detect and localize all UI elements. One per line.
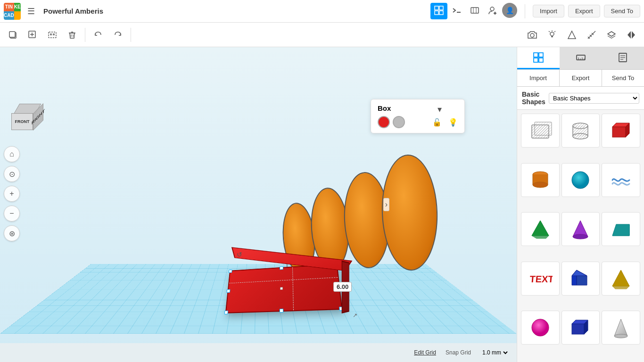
right-export-btn[interactable]: Export: [560, 70, 602, 86]
add-user-button[interactable]: [484, 3, 501, 19]
shape-cylinder-solid[interactable]: [521, 163, 560, 197]
right-import-btn[interactable]: Import: [517, 70, 560, 86]
box-panel: ▾ Box 🔓 💡: [371, 99, 465, 133]
measure-button[interactable]: [583, 26, 601, 44]
dimension-line-h: [229, 277, 338, 283]
svg-rect-35: [534, 58, 538, 62]
zoom-in-button[interactable]: +: [4, 186, 20, 202]
shape-box-hole[interactable]: [521, 114, 560, 148]
shapes-header: Basic Shapes Basic Shapes Featured Shape…: [517, 87, 644, 110]
shape-pyramid-yellow[interactable]: [602, 262, 640, 296]
scene: 6.00 ↺ ↗: [0, 47, 517, 362]
rotation-handle[interactable]: ↺: [237, 251, 242, 258]
color-gray-button[interactable]: [393, 116, 405, 128]
red-box[interactable]: [225, 263, 343, 313]
grid-view-button[interactable]: [430, 3, 447, 19]
simulate-button[interactable]: [466, 3, 483, 19]
top-nav-buttons: 👤: [430, 3, 517, 19]
left-controls: ⌂ ⊙ + − ⊛: [4, 146, 20, 241]
handle-tl[interactable]: [229, 270, 232, 273]
cube-indicator: FRONT RIGHT: [11, 104, 49, 137]
shape-button[interactable]: [563, 26, 581, 44]
svg-rect-16: [50, 33, 52, 35]
shape-pyramid-green[interactable]: [521, 212, 560, 246]
avatar[interactable]: 👤: [502, 3, 517, 18]
tab-ruler[interactable]: [560, 47, 602, 69]
orbit-button[interactable]: ⊙: [4, 166, 20, 182]
logo[interactable]: TINKERCAD: [4, 3, 21, 20]
shapes-grid: TEXT: [517, 110, 644, 362]
send-to-button[interactable]: Send To: [604, 5, 640, 17]
camera-button[interactable]: [523, 26, 541, 44]
shape-sphere[interactable]: [561, 163, 600, 197]
tab-grid[interactable]: [517, 47, 560, 69]
dimension-line-v: [292, 267, 294, 310]
shape-box-dark[interactable]: [561, 311, 600, 345]
color-red-button[interactable]: [378, 116, 390, 128]
redo-button[interactable]: [109, 26, 127, 44]
svg-rect-2: [435, 11, 438, 15]
svg-marker-32: [632, 31, 635, 39]
layers-button[interactable]: [603, 26, 620, 44]
fit-button[interactable]: ⊛: [4, 225, 20, 241]
resize-arrow[interactable]: ↗: [353, 312, 357, 319]
snap-value-select[interactable]: 1.0 mm 0.5 mm 2.0 mm 5.0 mm: [480, 349, 509, 356]
handle-bm[interactable]: [280, 309, 283, 313]
edit-grid-link[interactable]: Edit Grid: [414, 349, 436, 356]
main-area: 6.00 ↺ ↗ FRONT RIGHT ⌂ ⊙ + − ⊛ ▾ Box: [0, 47, 644, 362]
right-panel-toggle[interactable]: ›: [383, 198, 389, 211]
shape-cylinder-hole[interactable]: [561, 114, 600, 148]
tab-notes[interactable]: [602, 47, 644, 69]
duplicate-button[interactable]: [24, 26, 41, 44]
shapes-title: Basic Shapes: [522, 90, 549, 106]
viewport[interactable]: 6.00 ↺ ↗ FRONT RIGHT ⌂ ⊙ + − ⊛ ▾ Box: [0, 47, 517, 362]
lock-button[interactable]: 🔓: [432, 118, 442, 127]
shapes-dropdown[interactable]: Basic Shapes Featured Shape Generators C…: [549, 93, 639, 104]
group-button[interactable]: [43, 26, 61, 44]
lightbulb-button[interactable]: [543, 26, 561, 44]
svg-rect-17: [53, 33, 55, 35]
shape-box-solid[interactable]: [602, 114, 640, 148]
svg-rect-78: [572, 324, 584, 334]
svg-line-24: [549, 31, 550, 32]
shape-squiggle[interactable]: [602, 163, 640, 197]
export-button[interactable]: Export: [568, 5, 600, 17]
svg-rect-0: [435, 6, 438, 10]
svg-point-20: [530, 33, 534, 37]
snap-grid-label: Snap Grid: [446, 349, 471, 356]
shape-cone-purple[interactable]: [561, 212, 600, 246]
svg-rect-1: [439, 6, 443, 10]
shape-prism[interactable]: [561, 262, 600, 296]
flip-button[interactable]: [622, 26, 640, 44]
codeblocks-button[interactable]: [448, 3, 465, 19]
import-button[interactable]: Import: [533, 5, 564, 17]
handle-tm[interactable]: [280, 266, 283, 270]
shape-cone-gray[interactable]: [602, 311, 640, 345]
copy-button[interactable]: [4, 26, 22, 44]
right-sendto-btn[interactable]: Send To: [602, 70, 644, 86]
svg-text:TEXT: TEXT: [529, 274, 553, 284]
menu-button[interactable]: ☰: [25, 4, 38, 18]
dimension-label: 6.00: [333, 282, 352, 292]
svg-rect-36: [539, 58, 543, 62]
handle-bl[interactable]: [224, 311, 228, 314]
svg-rect-34: [539, 53, 543, 57]
box-panel-dropdown[interactable]: ▾: [438, 104, 442, 115]
svg-rect-3: [439, 11, 443, 15]
undo-button[interactable]: [89, 26, 107, 44]
shape-wedge-teal[interactable]: [602, 212, 640, 246]
shape-text[interactable]: TEXT: [521, 262, 560, 296]
right-import-export: Import Export Send To: [517, 70, 644, 87]
zoom-out-button[interactable]: −: [4, 206, 20, 222]
shape-sphere-pink[interactable]: [521, 311, 560, 345]
home-view-button[interactable]: ⌂: [4, 146, 20, 162]
center-dot: [280, 287, 283, 290]
disc-4[interactable]: [380, 154, 440, 272]
svg-rect-48: [535, 122, 552, 135]
svg-point-7: [490, 7, 494, 11]
handle-ml[interactable]: [226, 289, 230, 293]
box-panel-title: Box: [378, 104, 458, 112]
delete-button[interactable]: [63, 26, 81, 44]
light-button[interactable]: 💡: [448, 118, 458, 127]
svg-point-63: [572, 172, 589, 189]
